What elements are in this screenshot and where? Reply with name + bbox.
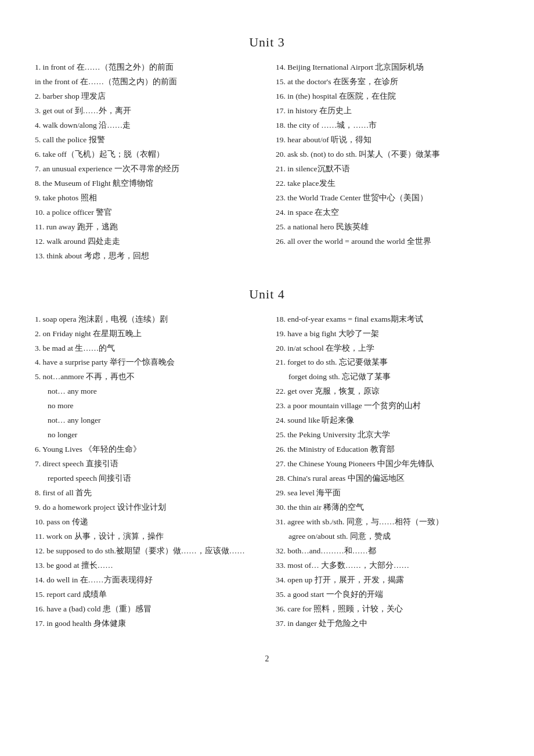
list-item: 6. take off（飞机）起飞；脱（衣帽）: [35, 147, 258, 162]
list-item: 37. in danger 处于危险之中: [276, 617, 499, 631]
list-item: 22. get over 克服，恢复，原谅: [276, 384, 499, 399]
list-item: 12. be supposed to do sth.被期望（要求）做……，应该做…: [35, 544, 258, 559]
list-item: 9. take photos 照相: [35, 191, 258, 206]
list-item: 13. be good at 擅长……: [35, 559, 258, 573]
list-item: 34. open up 打开，展开，开发，揭露: [276, 573, 499, 588]
list-item: 14. do well in 在……方面表现得好: [35, 573, 258, 588]
list-item: 15. report card 成绩单: [35, 588, 258, 602]
list-item: 35. a good start 一个良好的开端: [276, 588, 499, 602]
list-item: 14. Beijing Iternational Airport 北京国际机场: [276, 60, 499, 75]
list-item: 4. walk down/along 沿……走: [35, 118, 258, 133]
list-item: 24. sound like 听起来像: [276, 413, 499, 428]
list-item: 23. the World Trade Center 世贸中心（美国）: [276, 191, 499, 206]
list-item: 7. direct speech 直接引语: [35, 457, 258, 471]
list-item: reported speech 间接引语: [35, 471, 258, 486]
unit4-left-col: 1. soap opera 泡沫剧，电视（连续）剧2. on Friday ni…: [35, 312, 258, 631]
list-item: 19. hear about/of 听说，得知: [276, 133, 499, 147]
list-item: 32. both…and………和……都: [276, 544, 499, 559]
list-item: 3. be mad at 生……的气: [35, 341, 258, 356]
list-item: 15. at the doctor's 在医务室，在诊所: [276, 75, 499, 89]
list-item: 26. all over the world = around the worl…: [276, 235, 499, 249]
unit3-section: Unit 3 1. in front of 在……（范围之外）的前面in the…: [35, 35, 499, 264]
list-item: 22. take place发生: [276, 177, 499, 191]
list-item: 6. Young Lives 《年轻的生命》: [35, 442, 258, 457]
list-item: 28. China's rural areas 中国的偏远地区: [276, 471, 499, 486]
list-item: 5. call the police 报警: [35, 133, 258, 147]
list-item: 8. the Museum of Flight 航空博物馆: [35, 177, 258, 191]
list-item: 24. in space 在太空: [276, 206, 499, 220]
unit4-title: Unit 4: [35, 287, 499, 302]
list-item: 27. the Chinese Young Pioneers 中国少年先锋队: [276, 457, 499, 471]
unit3-left-col: 1. in front of 在……（范围之外）的前面in the front …: [35, 60, 258, 264]
list-item: 31. agree with sb./sth. 同意，与……相符（一致）: [276, 515, 499, 530]
list-item: agree on/about sth. 同意，赞成: [276, 530, 499, 544]
list-item: 36. care for 照料，照顾，计较，关心: [276, 602, 499, 617]
unit4-columns: 1. soap opera 泡沫剧，电视（连续）剧2. on Friday ni…: [35, 312, 499, 631]
list-item: 12. walk around 四处走走: [35, 235, 258, 249]
unit3-right-col: 14. Beijing Iternational Airport 北京国际机场1…: [276, 60, 499, 264]
unit4-section: Unit 4 1. soap opera 泡沫剧，电视（连续）剧2. on Fr…: [35, 287, 499, 631]
list-item: 17. in history 在历史上: [276, 104, 499, 118]
list-item: 8. first of all 首先: [35, 486, 258, 501]
list-item: 17. in good health 身体健康: [35, 617, 258, 631]
list-item: in the front of 在……（范围之内）的前面: [35, 75, 258, 89]
list-item: 7. an unusual experience 一次不寻常的经历: [35, 162, 258, 177]
list-item: 11. run away 跑开，逃跑: [35, 220, 258, 235]
unit3-title: Unit 3: [35, 35, 499, 50]
list-item: 16. have a (bad) cold 患（重）感冒: [35, 602, 258, 617]
list-item: 29. sea level 海平面: [276, 486, 499, 501]
list-item: 5. not…anmore 不再，再也不: [35, 370, 258, 384]
list-item: 13. think about 考虑，思考，回想: [35, 249, 258, 264]
list-item: 20. in/at school 在学校，上学: [276, 341, 499, 356]
list-item: 1. in front of 在……（范围之外）的前面: [35, 60, 258, 75]
list-item: 21. forget to do sth. 忘记要做某事: [276, 355, 499, 370]
list-item: 2. on Friday night 在星期五晚上: [35, 327, 258, 341]
page-number: 2: [35, 654, 499, 664]
list-item: 30. the thin air 稀薄的空气: [276, 501, 499, 515]
list-item: 2. barber shop 理发店: [35, 89, 258, 104]
list-item: 10. a police officer 警官: [35, 206, 258, 220]
list-item: 10. pass on 传递: [35, 515, 258, 530]
list-item: no more: [35, 399, 258, 413]
list-item: 25. a national hero 民族英雄: [276, 220, 499, 235]
list-item: 20. ask sb. (not) to do sth. 叫某人（不要）做某事: [276, 147, 499, 162]
list-item: no longer: [35, 428, 258, 442]
list-item: 23. a poor mountain village 一个贫穷的山村: [276, 399, 499, 413]
list-item: 33. most of… 大多数……，大部分……: [276, 559, 499, 573]
unit3-columns: 1. in front of 在……（范围之外）的前面in the front …: [35, 60, 499, 264]
list-item: not… any longer: [35, 413, 258, 428]
list-item: not… any more: [35, 384, 258, 399]
list-item: 9. do a homework project 设计作业计划: [35, 501, 258, 515]
list-item: forget doing sth. 忘记做了某事: [276, 370, 499, 384]
list-item: 25. the Peking University 北京大学: [276, 428, 499, 442]
list-item: 18. end-of-year exams = final exams期末考试: [276, 312, 499, 327]
list-item: 21. in silence沉默不语: [276, 162, 499, 177]
list-item: 26. the Ministry of Education 教育部: [276, 442, 499, 457]
list-item: 11. work on 从事，设计，演算，操作: [35, 530, 258, 544]
list-item: 16. in (the) hospital 在医院，在住院: [276, 89, 499, 104]
list-item: 3. get out of 到……外，离开: [35, 104, 258, 118]
list-item: 19. have a big fight 大吵了一架: [276, 327, 499, 341]
unit4-right-col: 18. end-of-year exams = final exams期末考试1…: [276, 312, 499, 631]
list-item: 18. the city of ……城，……市: [276, 118, 499, 133]
list-item: 1. soap opera 泡沫剧，电视（连续）剧: [35, 312, 258, 327]
list-item: 4. have a surprise party 举行一个惊喜晚会: [35, 355, 258, 370]
